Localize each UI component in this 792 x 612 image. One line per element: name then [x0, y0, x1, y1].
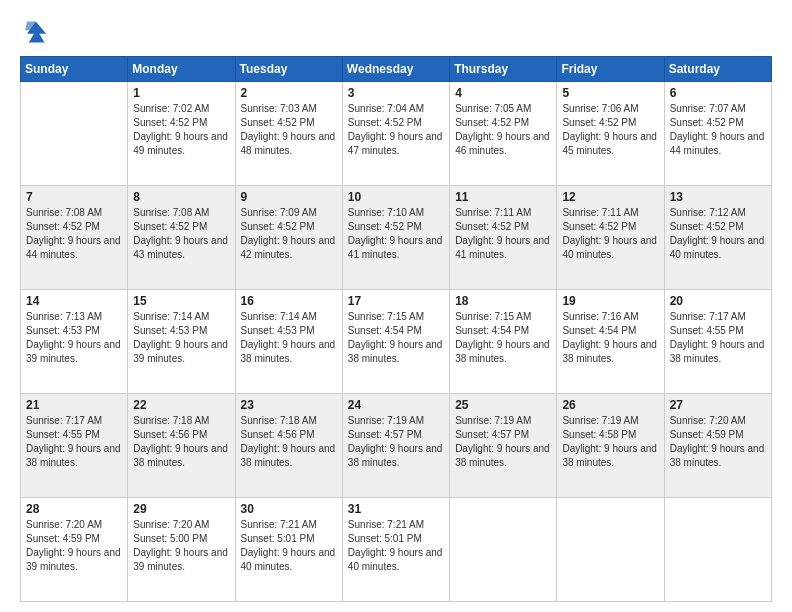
- day-number: 10: [348, 190, 444, 204]
- day-number: 23: [241, 398, 337, 412]
- calendar-cell: 17Sunrise: 7:15 AMSunset: 4:54 PMDayligh…: [342, 290, 449, 394]
- day-number: 9: [241, 190, 337, 204]
- day-info: Sunrise: 7:09 AMSunset: 4:52 PMDaylight:…: [241, 206, 337, 262]
- calendar-cell: 23Sunrise: 7:18 AMSunset: 4:56 PMDayligh…: [235, 394, 342, 498]
- day-info: Sunrise: 7:13 AMSunset: 4:53 PMDaylight:…: [26, 310, 122, 366]
- calendar-cell: 28Sunrise: 7:20 AMSunset: 4:59 PMDayligh…: [21, 498, 128, 602]
- day-number: 25: [455, 398, 551, 412]
- day-number: 1: [133, 86, 229, 100]
- calendar-cell: 29Sunrise: 7:20 AMSunset: 5:00 PMDayligh…: [128, 498, 235, 602]
- calendar-cell: 3Sunrise: 7:04 AMSunset: 4:52 PMDaylight…: [342, 82, 449, 186]
- header: [20, 18, 772, 46]
- day-info: Sunrise: 7:21 AMSunset: 5:01 PMDaylight:…: [348, 518, 444, 574]
- day-info: Sunrise: 7:05 AMSunset: 4:52 PMDaylight:…: [455, 102, 551, 158]
- day-info: Sunrise: 7:19 AMSunset: 4:58 PMDaylight:…: [562, 414, 658, 470]
- calendar-week-2: 7Sunrise: 7:08 AMSunset: 4:52 PMDaylight…: [21, 186, 772, 290]
- day-info: Sunrise: 7:19 AMSunset: 4:57 PMDaylight:…: [348, 414, 444, 470]
- day-number: 20: [670, 294, 766, 308]
- calendar-cell: 1Sunrise: 7:02 AMSunset: 4:52 PMDaylight…: [128, 82, 235, 186]
- col-header-saturday: Saturday: [664, 57, 771, 82]
- day-number: 4: [455, 86, 551, 100]
- day-number: 7: [26, 190, 122, 204]
- day-info: Sunrise: 7:17 AMSunset: 4:55 PMDaylight:…: [670, 310, 766, 366]
- calendar-cell: 4Sunrise: 7:05 AMSunset: 4:52 PMDaylight…: [450, 82, 557, 186]
- day-number: 27: [670, 398, 766, 412]
- calendar-cell: 16Sunrise: 7:14 AMSunset: 4:53 PMDayligh…: [235, 290, 342, 394]
- calendar-cell: 6Sunrise: 7:07 AMSunset: 4:52 PMDaylight…: [664, 82, 771, 186]
- calendar-cell: 7Sunrise: 7:08 AMSunset: 4:52 PMDaylight…: [21, 186, 128, 290]
- day-number: 16: [241, 294, 337, 308]
- day-info: Sunrise: 7:12 AMSunset: 4:52 PMDaylight:…: [670, 206, 766, 262]
- calendar-cell: 21Sunrise: 7:17 AMSunset: 4:55 PMDayligh…: [21, 394, 128, 498]
- day-info: Sunrise: 7:03 AMSunset: 4:52 PMDaylight:…: [241, 102, 337, 158]
- logo: [20, 18, 52, 46]
- day-number: 19: [562, 294, 658, 308]
- day-info: Sunrise: 7:11 AMSunset: 4:52 PMDaylight:…: [455, 206, 551, 262]
- calendar-cell: 8Sunrise: 7:08 AMSunset: 4:52 PMDaylight…: [128, 186, 235, 290]
- day-number: 14: [26, 294, 122, 308]
- calendar-cell: [557, 498, 664, 602]
- calendar-cell: 30Sunrise: 7:21 AMSunset: 5:01 PMDayligh…: [235, 498, 342, 602]
- day-number: 22: [133, 398, 229, 412]
- day-number: 12: [562, 190, 658, 204]
- day-number: 29: [133, 502, 229, 516]
- day-info: Sunrise: 7:14 AMSunset: 4:53 PMDaylight:…: [241, 310, 337, 366]
- day-number: 13: [670, 190, 766, 204]
- col-header-monday: Monday: [128, 57, 235, 82]
- calendar-cell: [450, 498, 557, 602]
- day-number: 17: [348, 294, 444, 308]
- calendar-cell: 24Sunrise: 7:19 AMSunset: 4:57 PMDayligh…: [342, 394, 449, 498]
- col-header-sunday: Sunday: [21, 57, 128, 82]
- day-number: 26: [562, 398, 658, 412]
- calendar-table: SundayMondayTuesdayWednesdayThursdayFrid…: [20, 56, 772, 602]
- day-number: 6: [670, 86, 766, 100]
- calendar-cell: 2Sunrise: 7:03 AMSunset: 4:52 PMDaylight…: [235, 82, 342, 186]
- day-info: Sunrise: 7:04 AMSunset: 4:52 PMDaylight:…: [348, 102, 444, 158]
- calendar-cell: 25Sunrise: 7:19 AMSunset: 4:57 PMDayligh…: [450, 394, 557, 498]
- day-number: 31: [348, 502, 444, 516]
- day-info: Sunrise: 7:20 AMSunset: 4:59 PMDaylight:…: [670, 414, 766, 470]
- day-number: 3: [348, 86, 444, 100]
- calendar-cell: 27Sunrise: 7:20 AMSunset: 4:59 PMDayligh…: [664, 394, 771, 498]
- calendar-week-5: 28Sunrise: 7:20 AMSunset: 4:59 PMDayligh…: [21, 498, 772, 602]
- day-number: 21: [26, 398, 122, 412]
- col-header-thursday: Thursday: [450, 57, 557, 82]
- day-info: Sunrise: 7:10 AMSunset: 4:52 PMDaylight:…: [348, 206, 444, 262]
- calendar-cell: [664, 498, 771, 602]
- logo-icon: [20, 18, 48, 46]
- day-info: Sunrise: 7:02 AMSunset: 4:52 PMDaylight:…: [133, 102, 229, 158]
- calendar-cell: 13Sunrise: 7:12 AMSunset: 4:52 PMDayligh…: [664, 186, 771, 290]
- calendar-cell: 15Sunrise: 7:14 AMSunset: 4:53 PMDayligh…: [128, 290, 235, 394]
- day-number: 28: [26, 502, 122, 516]
- day-info: Sunrise: 7:15 AMSunset: 4:54 PMDaylight:…: [348, 310, 444, 366]
- calendar-week-4: 21Sunrise: 7:17 AMSunset: 4:55 PMDayligh…: [21, 394, 772, 498]
- day-number: 30: [241, 502, 337, 516]
- calendar-cell: [21, 82, 128, 186]
- day-info: Sunrise: 7:16 AMSunset: 4:54 PMDaylight:…: [562, 310, 658, 366]
- day-info: Sunrise: 7:18 AMSunset: 4:56 PMDaylight:…: [133, 414, 229, 470]
- day-info: Sunrise: 7:19 AMSunset: 4:57 PMDaylight:…: [455, 414, 551, 470]
- calendar-cell: 22Sunrise: 7:18 AMSunset: 4:56 PMDayligh…: [128, 394, 235, 498]
- day-info: Sunrise: 7:07 AMSunset: 4:52 PMDaylight:…: [670, 102, 766, 158]
- day-info: Sunrise: 7:08 AMSunset: 4:52 PMDaylight:…: [133, 206, 229, 262]
- page: SundayMondayTuesdayWednesdayThursdayFrid…: [0, 0, 792, 612]
- calendar-cell: 31Sunrise: 7:21 AMSunset: 5:01 PMDayligh…: [342, 498, 449, 602]
- calendar-cell: 26Sunrise: 7:19 AMSunset: 4:58 PMDayligh…: [557, 394, 664, 498]
- day-info: Sunrise: 7:11 AMSunset: 4:52 PMDaylight:…: [562, 206, 658, 262]
- calendar-week-3: 14Sunrise: 7:13 AMSunset: 4:53 PMDayligh…: [21, 290, 772, 394]
- calendar-cell: 14Sunrise: 7:13 AMSunset: 4:53 PMDayligh…: [21, 290, 128, 394]
- day-info: Sunrise: 7:17 AMSunset: 4:55 PMDaylight:…: [26, 414, 122, 470]
- calendar-cell: 9Sunrise: 7:09 AMSunset: 4:52 PMDaylight…: [235, 186, 342, 290]
- day-number: 5: [562, 86, 658, 100]
- day-info: Sunrise: 7:08 AMSunset: 4:52 PMDaylight:…: [26, 206, 122, 262]
- col-header-friday: Friday: [557, 57, 664, 82]
- calendar-cell: 10Sunrise: 7:10 AMSunset: 4:52 PMDayligh…: [342, 186, 449, 290]
- day-info: Sunrise: 7:06 AMSunset: 4:52 PMDaylight:…: [562, 102, 658, 158]
- calendar-cell: 19Sunrise: 7:16 AMSunset: 4:54 PMDayligh…: [557, 290, 664, 394]
- calendar-cell: 18Sunrise: 7:15 AMSunset: 4:54 PMDayligh…: [450, 290, 557, 394]
- calendar-cell: 5Sunrise: 7:06 AMSunset: 4:52 PMDaylight…: [557, 82, 664, 186]
- day-info: Sunrise: 7:20 AMSunset: 4:59 PMDaylight:…: [26, 518, 122, 574]
- day-number: 18: [455, 294, 551, 308]
- day-info: Sunrise: 7:14 AMSunset: 4:53 PMDaylight:…: [133, 310, 229, 366]
- calendar-week-1: 1Sunrise: 7:02 AMSunset: 4:52 PMDaylight…: [21, 82, 772, 186]
